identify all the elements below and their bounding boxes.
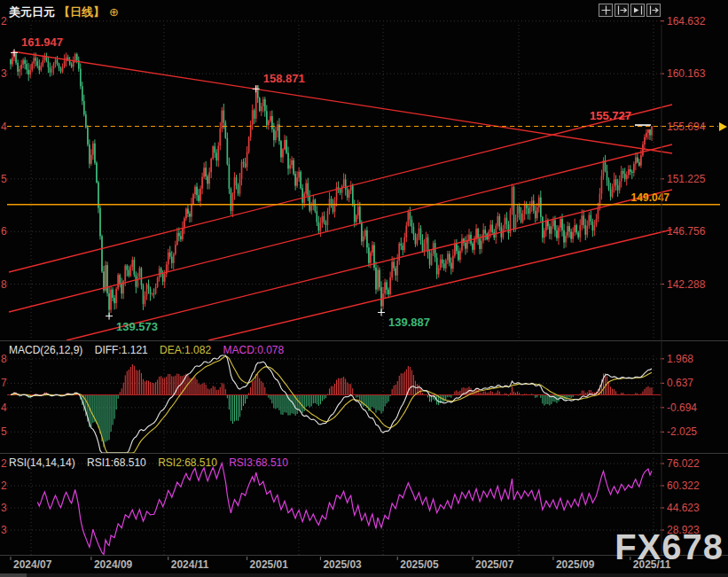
rsi-params-label: RSI(14,14,14) [9,456,75,469]
rsi-tick-label: 44.623 [667,502,700,514]
trend-line[interactable] [9,105,672,272]
price-tick-label: 151.225 [667,173,706,185]
clipped-left-tick: 2 [1,15,7,27]
rsi-tick-label: 76.022 [667,457,700,470]
trend-line[interactable] [67,190,672,340]
swing-label: 155.727 [590,109,631,122]
watermark: FX678 [614,527,724,567]
timeframe-label: 【日线】 [59,5,105,19]
clipped-left-tick: 6 [1,225,7,238]
rsi1-value: RSI1:68.510 [87,456,146,469]
macd-header: MACD(26,12,9) DIFF:1.121 DEA:1.082 MACD:… [9,344,284,356]
clipped-left-tick: 8 [1,353,7,365]
rsi2-value: RSI2:68.510 [158,456,217,469]
clipped-left-tick: 4 [1,402,7,414]
trend-lines[interactable]: 149.047 [7,51,727,340]
add-indicator-icon[interactable]: ⊕ [109,5,119,19]
clipped-left-tick: 4 [1,121,7,133]
macd-tick-label: 1.968 [667,353,693,365]
macd-diff-line [11,355,652,453]
macd-tick-label: -2.025 [667,425,697,438]
trend-line[interactable] [208,230,672,340]
crosshair-icon[interactable] [599,4,613,17]
date-tick-label: 2025/09 [556,558,595,571]
date-tick-label: 2024/11 [171,558,209,571]
date-axis[interactable]: 2024/072024/092024/112025/012025/032025/… [11,557,671,571]
macd-tick-label: 0.637 [667,377,693,389]
price-tick-label: 164.632 [667,15,706,27]
chart-toolbar [599,4,661,17]
clipped-left-tick: 5 [1,425,7,438]
date-tick-label: 2025/05 [400,558,439,571]
clipped-left-tick: 3 [1,524,7,536]
clipped-left-tick: 8 [1,278,7,291]
candles[interactable] [10,52,653,316]
swing-label: 139.887 [388,316,430,329]
h-scrollbar-thumb[interactable] [0,573,27,577]
rsi-tick-label: 60.322 [667,480,700,492]
macd-dea-value: DEA:1.082 [160,344,211,356]
price-line-arrow-icon[interactable] [719,122,727,131]
symbol-title: 美元日元 [9,5,55,19]
macd-diff-value: DIFF:1.121 [95,344,148,356]
scale-adjust-icon[interactable] [614,4,629,17]
support-level-label: 149.047 [631,191,670,204]
macd-params-label: MACD(26,12,9) [9,344,82,356]
date-tick-label: 2024/09 [94,558,133,571]
jump-to-end-icon[interactable] [646,4,661,17]
h-scrollbar-track[interactable] [0,573,728,577]
macd-dea-line [11,356,652,453]
macd-macd-value: MACD:0.078 [223,344,284,356]
rsi-plot[interactable] [37,464,652,555]
clipped-left-tick: 5 [1,173,7,185]
swing-label: 161.947 [21,35,63,49]
title-bar: 美元日元【日线】⊕ [9,4,119,20]
macd-plot[interactable] [7,355,661,453]
date-tick-label: 2025/01 [250,558,289,571]
date-tick-label: 2025/07 [475,558,514,571]
trend-line[interactable] [12,51,672,153]
rsi-header: RSI(14,14,14) RSI1:68.510 RSI2:68.510 RS… [9,456,288,469]
date-tick-label: 2024/07 [13,558,52,571]
swing-label: 139.573 [116,320,158,333]
price-tick-label: 146.756 [667,225,706,238]
clipped-left-tick: 3 [1,502,7,514]
clipped-left-tick: 3 [1,67,7,80]
price-tick-label: 142.288 [667,278,706,291]
clipped-left-tick: 2 [1,480,7,492]
date-tick-label: 2025/03 [323,558,362,571]
price-tick-label: 160.163 [667,67,706,80]
rsi-line [37,464,652,555]
chart-canvas[interactable]: 164.6322160.1633155.6944151.2255146.7566… [0,0,728,577]
swing-label: 158.871 [263,72,305,85]
clipped-left-tick: 2 [1,457,7,470]
shift-chart-icon[interactable] [630,4,645,17]
clipped-left-tick: 7 [1,377,7,389]
macd-tick-label: -0.694 [667,402,697,414]
rsi3-value: RSI3:68.510 [229,456,288,469]
charting-app: 164.6322160.1633155.6944151.2255146.7566… [0,0,728,577]
